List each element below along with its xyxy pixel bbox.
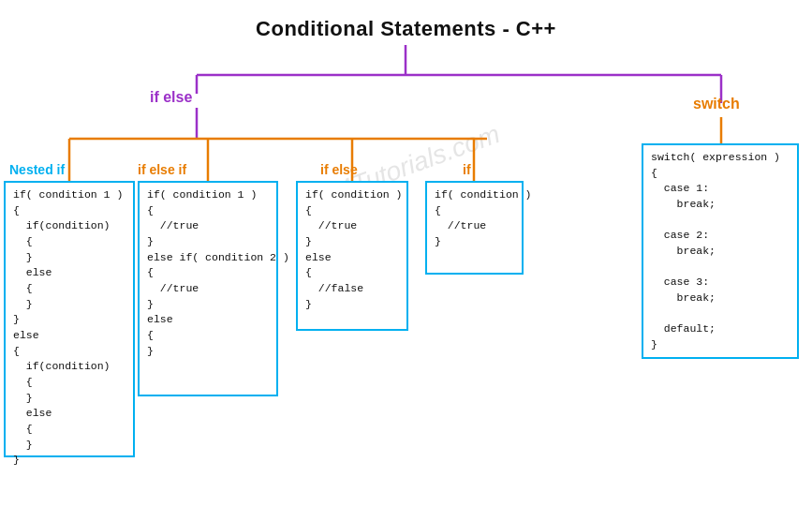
label-if-else-if: if else if: [138, 162, 186, 177]
label-switch: switch: [693, 96, 740, 112]
switch-box: switch( expression ) { case 1: break; ca…: [642, 143, 799, 359]
nested-if-box: if( condition 1 ) { if(condition) { } el…: [4, 181, 135, 457]
if-else-if-box: if( condition 1 ) { //true } else if( co…: [138, 181, 278, 396]
page-title: Conditional Statements - C++: [0, 0, 812, 41]
label-if-else: if else: [150, 89, 192, 106]
if-else-box: if( condition ) { //true } else { //fals…: [296, 181, 408, 331]
if-box: if( condition ) { //true }: [425, 181, 524, 275]
label-if-else2: if else: [320, 162, 358, 177]
label-nested-if: Nested if: [9, 162, 65, 177]
label-if: if: [463, 162, 471, 177]
